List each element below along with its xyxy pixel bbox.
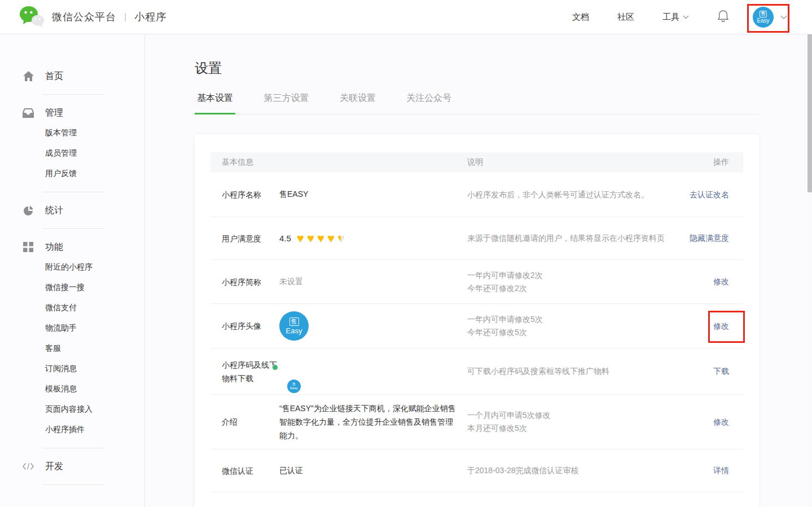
row-label: 介绍 bbox=[222, 415, 279, 429]
sidebar-item-subscribe-message[interactable]: 订阅消息 bbox=[45, 359, 144, 379]
row-label: 微信认证 bbox=[222, 464, 279, 478]
sidebar-item-develop[interactable]: 开发 bbox=[23, 456, 144, 477]
row-description: 于2018-03-28完成微信认证审核 bbox=[467, 464, 667, 477]
sidebar-item-member-manage[interactable]: 成员管理 bbox=[45, 143, 144, 164]
sidebar-item-page-content-access[interactable]: 页面内容接入 bbox=[45, 399, 144, 420]
sidebar-item-manage[interactable]: 管理 bbox=[23, 103, 144, 123]
grid-icon bbox=[23, 241, 34, 253]
sidebar-item-features[interactable]: 功能 bbox=[23, 237, 144, 257]
column-header-basic-info: 基本信息 bbox=[222, 157, 467, 167]
row-description: 今年还可修改2次 bbox=[467, 282, 667, 295]
introduction-value: “售EASY”为企业链接天下商机，深化赋能企业销售智能数字化力量，全方位提升企业… bbox=[279, 402, 467, 442]
account-avatar-char: 售 bbox=[760, 11, 767, 17]
miniprogram-avatar: 售 Easy bbox=[279, 311, 309, 341]
tab-basic-settings[interactable]: 基本设置 bbox=[195, 92, 235, 114]
notification-bell-icon[interactable] bbox=[717, 10, 729, 25]
sidebar-item-wechat-pay[interactable]: 微信支付 bbox=[45, 298, 144, 318]
sidebar-item-statistics[interactable]: 统计 bbox=[23, 200, 144, 221]
table-row-user-satisfaction: 用户满意度 4.5 ♥♥♥♥♥ 来源于微信随机邀请的用户，结果将显示在小程序资料… bbox=[210, 217, 743, 260]
sidebar-item-logistics-assistant[interactable]: 物流助手 bbox=[45, 318, 144, 338]
account-avatar[interactable]: 售 Easy bbox=[753, 7, 774, 28]
sidebar-item-manage-label: 管理 bbox=[45, 107, 63, 119]
column-header-description: 说明 bbox=[467, 157, 667, 167]
header-nav: 文档 社区 工具 售 Easy bbox=[572, 0, 812, 34]
row-description: 一个月内可申请5次修改 bbox=[467, 409, 667, 422]
brand: 微信公众平台 | 小程序 bbox=[19, 5, 166, 29]
row-label: 小程序简称 bbox=[222, 275, 279, 289]
brand-title: 微信公众平台 bbox=[52, 10, 116, 24]
settings-tabs: 基本设置 第三方设置 关联设置 关注公众号 bbox=[195, 92, 759, 114]
scrollbar-thumb[interactable] bbox=[807, 34, 812, 192]
sidebar-item-wechat-search[interactable]: 微信搜一搜 bbox=[45, 277, 144, 298]
tab-follow-official-account[interactable]: 关注公众号 bbox=[404, 92, 454, 113]
page-title: 设置 bbox=[195, 59, 222, 77]
sidebar-item-features-label: 功能 bbox=[45, 241, 63, 253]
page: 微信公众平台 | 小程序 文档 社区 工具 bbox=[0, 0, 812, 507]
wechat-logo-icon bbox=[19, 5, 45, 29]
avatar-char: 售 bbox=[289, 318, 299, 326]
divider bbox=[43, 94, 105, 95]
main-content: 设置 基本设置 第三方设置 关联设置 关注公众号 基本信息 说明 操作 小程序名… bbox=[145, 34, 812, 507]
code-icon bbox=[23, 461, 34, 472]
sidebar: 首页 管理 版本管理 成员管理 用户反馈 统计 bbox=[0, 34, 145, 507]
sidebar-item-customer-service[interactable]: 客服 bbox=[45, 338, 144, 359]
nav-docs[interactable]: 文档 bbox=[572, 12, 589, 23]
inbox-icon bbox=[23, 107, 34, 118]
sidebar-item-statistics-label: 统计 bbox=[45, 205, 63, 217]
chevron-down-icon bbox=[780, 15, 787, 20]
satisfaction-hearts: ♥♥♥♥♥ bbox=[297, 232, 348, 245]
avatar-name: Easy bbox=[286, 327, 302, 334]
modify-introduction-link[interactable]: 修改 bbox=[713, 417, 729, 426]
sidebar-item-version-manage[interactable]: 版本管理 bbox=[45, 123, 144, 143]
heart-icon: ♥ bbox=[307, 231, 314, 245]
tab-thirdparty-settings[interactable]: 第三方设置 bbox=[261, 92, 311, 113]
table-header: 基本信息 说明 操作 bbox=[210, 152, 743, 173]
nav-docs-label: 文档 bbox=[572, 12, 589, 23]
heart-icon: ♥ bbox=[297, 231, 304, 245]
top-header: 微信公众平台 | 小程序 文档 社区 工具 bbox=[0, 0, 812, 34]
heart-icon: ♥ bbox=[337, 231, 345, 245]
row-description: 可下载小程序码及搜索框等线下推广物料 bbox=[467, 365, 667, 378]
sidebar-item-home[interactable]: 首页 bbox=[23, 66, 144, 86]
row-description: 今年还可修改5次 bbox=[467, 326, 667, 339]
settings-card: 基本信息 说明 操作 小程序名称 售EASY 小程序发布后，非个人类帐号可通过认… bbox=[195, 134, 759, 507]
account-avatar-name: Easy bbox=[757, 18, 769, 24]
sidebar-item-nearby-miniprogram[interactable]: 附近的小程序 bbox=[45, 257, 144, 277]
go-verify-rename-link[interactable]: 去认证改名 bbox=[690, 190, 729, 199]
row-description: 来源于微信随机邀请的用户，结果将显示在小程序资料页 bbox=[467, 232, 667, 245]
row-label: 用户满意度 bbox=[222, 232, 279, 245]
nav-tools[interactable]: 工具 bbox=[662, 12, 689, 23]
row-label: 小程序名称 bbox=[222, 188, 279, 201]
row-description: 一年内可申请修改5次 bbox=[467, 313, 667, 326]
nav-community[interactable]: 社区 bbox=[617, 12, 634, 23]
row-description: 本月还可修改5次 bbox=[467, 422, 667, 435]
brand-subtitle: 小程序 bbox=[134, 10, 166, 24]
sidebar-item-template-message[interactable]: 模板消息 bbox=[45, 379, 144, 399]
download-material-link[interactable]: 下载 bbox=[713, 367, 729, 376]
row-label: 小程序头像 bbox=[222, 319, 279, 333]
divider bbox=[43, 484, 105, 485]
modify-avatar-link[interactable]: 修改 bbox=[713, 321, 729, 330]
row-label: 小程序码及线下物料下载 bbox=[222, 358, 279, 385]
verification-status: 已认证 bbox=[279, 466, 467, 476]
table-row-miniprogram-name: 小程序名称 售EASY 小程序发布后，非个人类帐号可通过认证方式改名。 去认证改… bbox=[210, 173, 743, 217]
brand-separator: | bbox=[124, 12, 126, 22]
sidebar-item-user-feedback[interactable]: 用户反馈 bbox=[45, 164, 144, 184]
table-row-miniprogram-code-download: 小程序码及线下物料下载 售 Easy 可下载小程序码及搜索框等线下推广物料 bbox=[210, 349, 743, 395]
verification-detail-link[interactable]: 详情 bbox=[713, 466, 729, 475]
tab-related-settings[interactable]: 关联设置 bbox=[337, 92, 378, 113]
divider bbox=[43, 192, 105, 192]
heart-icon: ♥ bbox=[327, 231, 335, 245]
sidebar-item-miniprogram-plugin[interactable]: 小程序插件 bbox=[45, 420, 144, 440]
modify-shortname-link[interactable]: 修改 bbox=[713, 277, 729, 286]
home-icon bbox=[23, 70, 34, 82]
scrollbar-track[interactable] bbox=[807, 34, 812, 507]
account-menu[interactable]: 售 Easy bbox=[753, 7, 787, 28]
table-row-miniprogram-shortname: 小程序简称 未设置 一年内可申请修改2次 今年还可修改2次 修改 bbox=[210, 260, 743, 304]
table-row-wechat-verification: 微信认证 已认证 于2018-03-28完成微信认证审核 详情 bbox=[210, 449, 743, 492]
divider bbox=[43, 448, 105, 448]
row-description: 一年内可申请修改2次 bbox=[467, 269, 667, 282]
divider bbox=[43, 228, 105, 229]
nav-community-label: 社区 bbox=[617, 12, 634, 23]
hide-satisfaction-link[interactable]: 隐藏满意度 bbox=[690, 233, 729, 243]
